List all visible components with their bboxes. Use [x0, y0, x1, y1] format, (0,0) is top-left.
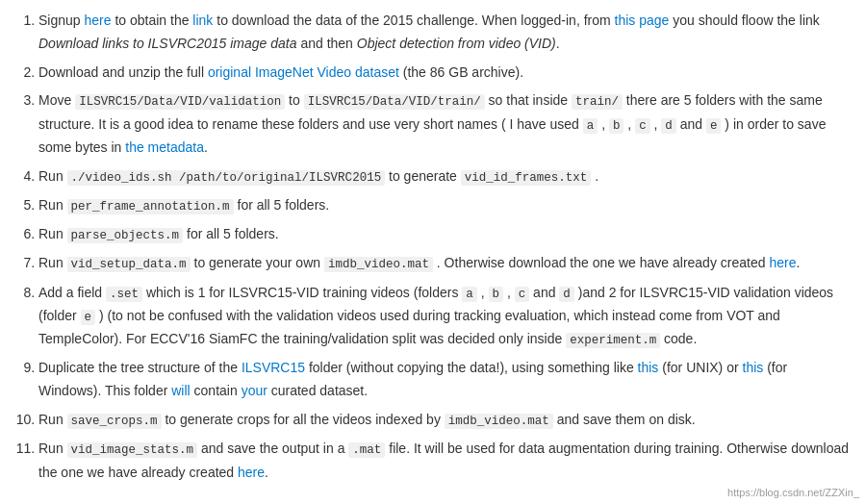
this-page-link[interactable]: this page [615, 13, 670, 28]
this-unix-link[interactable]: this [638, 360, 659, 375]
list-item-8: Add a field .set which is 1 for ILSVRC15… [38, 282, 850, 352]
list-item-11: Run vid_image_stats.m and save the outpu… [38, 438, 850, 484]
will-link[interactable]: will [171, 383, 190, 398]
list-item-10: Run save_crops.m to generate crops for a… [38, 409, 850, 432]
original-imagenet-link[interactable]: original ImageNet Video dataset [208, 64, 399, 80]
signup-link[interactable]: here [84, 13, 111, 28]
list-item-7: Run vid_setup_data.m to generate your ow… [38, 252, 850, 275]
this-win-link[interactable]: this [743, 360, 764, 375]
link-download[interactable]: link [192, 13, 213, 28]
metadata-link[interactable]: the metadata [125, 139, 204, 155]
ilsvrc15-link[interactable]: ILSVRC15 [242, 360, 305, 375]
list-item-9: Duplicate the tree structure of the ILSV… [38, 357, 850, 403]
list-item-3: Move ILSVRC15/Data/VID/validation to ILS… [38, 89, 850, 159]
here-link-7[interactable]: here [769, 255, 796, 270]
here-link-11[interactable]: here [238, 465, 265, 480]
list-item-4: Run ./video_ids.sh /path/to/original/ILS… [38, 165, 850, 189]
instructions-list: Signup here to obtain the link to downlo… [15, 10, 850, 484]
watermark: https://blog.csdn.net/ZZXin_ [727, 487, 859, 498]
your-link[interactable]: your [242, 383, 267, 398]
list-item-2: Download and unzip the full original Ima… [38, 62, 850, 85]
list-item-6: Run parse_objects.m for all 5 folders. [38, 223, 850, 246]
list-item-1: Signup here to obtain the link to downlo… [38, 10, 850, 56]
list-item-5: Run per_frame_annotation.m for all 5 fol… [38, 194, 850, 217]
